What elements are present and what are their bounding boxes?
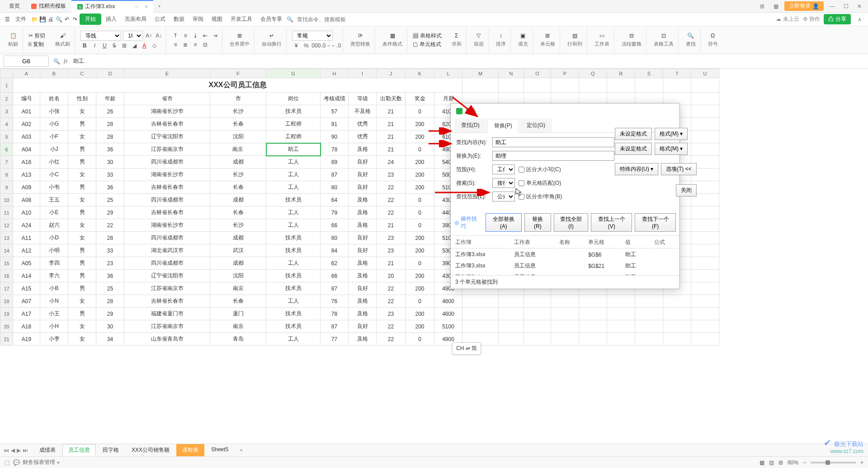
cell-empty[interactable]: [663, 333, 691, 346]
col-header-M[interactable]: M: [462, 69, 499, 78]
sheet-tab-0[interactable]: 成绩表: [33, 444, 61, 456]
cell-empty[interactable]: [607, 308, 635, 320]
row-header-4[interactable]: 4: [0, 118, 13, 131]
cell-J9[interactable]: 22: [377, 181, 406, 194]
cell-D14[interactable]: 33: [96, 244, 124, 257]
cell-I20[interactable]: 良好: [349, 320, 377, 333]
cell-I14[interactable]: 良好: [349, 244, 377, 257]
cell-F7[interactable]: 成都: [210, 156, 266, 168]
cell-A13[interactable]: A11: [13, 232, 40, 244]
sheet-nav-first-icon[interactable]: ⏮: [4, 447, 9, 454]
tab-close-icon[interactable]: ×: [145, 4, 148, 10]
cell-J18[interactable]: 22: [377, 295, 406, 308]
header-cell[interactable]: 性别: [68, 93, 96, 105]
number-format-select[interactable]: 常规: [292, 31, 333, 41]
clear-format-button[interactable]: ◇: [150, 42, 158, 50]
cell-A7[interactable]: A16: [13, 156, 40, 168]
cell-E3[interactable]: 湖南省长沙市: [124, 105, 210, 118]
format-button-1[interactable]: 格式(M) ▾: [655, 128, 688, 140]
cell-empty[interactable]: [551, 308, 579, 320]
cell-H14[interactable]: 84: [321, 244, 349, 257]
cell-A21[interactable]: A19: [13, 333, 40, 346]
row-header-15[interactable]: 15: [0, 257, 13, 270]
cell-F14[interactable]: 武汉: [210, 244, 266, 257]
align-right-icon[interactable]: ≡: [191, 41, 199, 49]
sheet-tab-4[interactable]: 课程表: [176, 444, 204, 456]
cell-D21[interactable]: 34: [96, 333, 124, 346]
table-tools-button[interactable]: ⊡表格工具: [652, 31, 675, 49]
cell-A19[interactable]: A17: [13, 308, 40, 320]
row-header-14[interactable]: 14: [0, 244, 13, 257]
cell-D4[interactable]: 28: [96, 118, 124, 131]
cell-D18[interactable]: 28: [96, 295, 124, 308]
currency-icon[interactable]: ¥: [292, 42, 300, 50]
menu-data[interactable]: 数据: [170, 14, 188, 25]
tab-locate[interactable]: 定位(G): [520, 118, 552, 132]
cell-F19[interactable]: 厦门: [210, 308, 266, 320]
font-color-button[interactable]: A: [140, 42, 148, 50]
print-preview-icon[interactable]: 🔍: [55, 16, 62, 23]
collapse-ribbon-icon[interactable]: ∧: [854, 14, 864, 24]
header-cell[interactable]: 岗位: [266, 93, 321, 105]
cell-J10[interactable]: 22: [377, 194, 406, 206]
cell-E18[interactable]: 吉林省长春市: [124, 295, 210, 308]
cell-B19[interactable]: 小王: [40, 308, 68, 320]
cell-D3[interactable]: 26: [96, 105, 124, 118]
menu-file[interactable]: 文件: [12, 14, 30, 25]
cell-G6[interactable]: 助工: [266, 143, 321, 156]
cell-C5[interactable]: 女: [68, 131, 96, 143]
align-bottom-icon[interactable]: ⤓: [191, 32, 199, 40]
cancel-input-icon[interactable]: 🔍: [53, 58, 60, 65]
cell-E8[interactable]: 湖南省长沙市: [124, 168, 210, 181]
cell-empty[interactable]: [635, 78, 663, 93]
header-cell[interactable]: 奖金: [406, 93, 434, 105]
special-content-button[interactable]: 特殊内容(U) ▾: [615, 163, 658, 175]
cell-D9[interactable]: 36: [96, 181, 124, 194]
sheet-nav-prev-icon[interactable]: ◀: [11, 447, 15, 454]
print-icon[interactable]: 🖨: [47, 16, 54, 23]
cell-B13[interactable]: 小D: [40, 232, 68, 244]
header-cell[interactable]: 编号: [13, 93, 40, 105]
sheet-tab-2[interactable]: 田字格: [97, 444, 125, 456]
cell-L20[interactable]: 5100: [434, 320, 462, 333]
row-header-11[interactable]: 11: [0, 206, 13, 219]
col-header-N[interactable]: N: [499, 69, 524, 78]
cell-empty[interactable]: [579, 308, 607, 320]
cell-empty[interactable]: [499, 333, 524, 346]
cell-H21[interactable]: 77: [321, 333, 349, 346]
command-search-input[interactable]: [294, 15, 367, 23]
cell-D10[interactable]: 25: [96, 194, 124, 206]
find-prev-button[interactable]: 查找上一个(V): [591, 213, 632, 232]
cell-E11[interactable]: 吉林省长春市: [124, 206, 210, 219]
cell-I8[interactable]: 良好: [349, 168, 377, 181]
cell-empty[interactable]: [607, 78, 635, 93]
cell-F18[interactable]: 长春: [210, 295, 266, 308]
minimize-button[interactable]: —: [827, 1, 837, 11]
cell-F17[interactable]: 南京: [210, 282, 266, 295]
cell-A15[interactable]: A05: [13, 257, 40, 270]
cell-G10[interactable]: 技术员: [266, 194, 321, 206]
redo-icon[interactable]: ↷: [71, 16, 79, 23]
not-cloud-link[interactable]: ☁ 未上云: [776, 15, 799, 23]
cell-empty[interactable]: [462, 78, 499, 93]
cell-K5[interactable]: 200: [406, 131, 434, 143]
cell-H4[interactable]: 91: [321, 118, 349, 131]
cell-F8[interactable]: 长沙: [210, 168, 266, 181]
cell-empty[interactable]: [691, 78, 719, 93]
cell-B9[interactable]: 小韦: [40, 181, 68, 194]
sum-button[interactable]: Σ求和: [450, 31, 463, 49]
cell-C7[interactable]: 男: [68, 156, 96, 168]
fill-color-button[interactable]: ◢: [130, 42, 138, 50]
cooperate-link[interactable]: ⚙ 协作: [803, 15, 820, 23]
cell-D6[interactable]: 36: [96, 143, 124, 156]
col-header-E[interactable]: E: [124, 69, 210, 78]
wrap-text-button[interactable]: ↵自动换行: [260, 31, 283, 49]
cell-F4[interactable]: 长春: [210, 118, 266, 131]
cell-D17[interactable]: 25: [96, 282, 124, 295]
menu-pagelayout[interactable]: 页面布局: [121, 14, 150, 25]
menu-formula[interactable]: 公式: [151, 14, 169, 25]
cell-B3[interactable]: 小张: [40, 105, 68, 118]
cell-D12[interactable]: 22: [96, 219, 124, 232]
cell-empty[interactable]: [551, 333, 579, 346]
cell-A16[interactable]: A14: [13, 270, 40, 282]
